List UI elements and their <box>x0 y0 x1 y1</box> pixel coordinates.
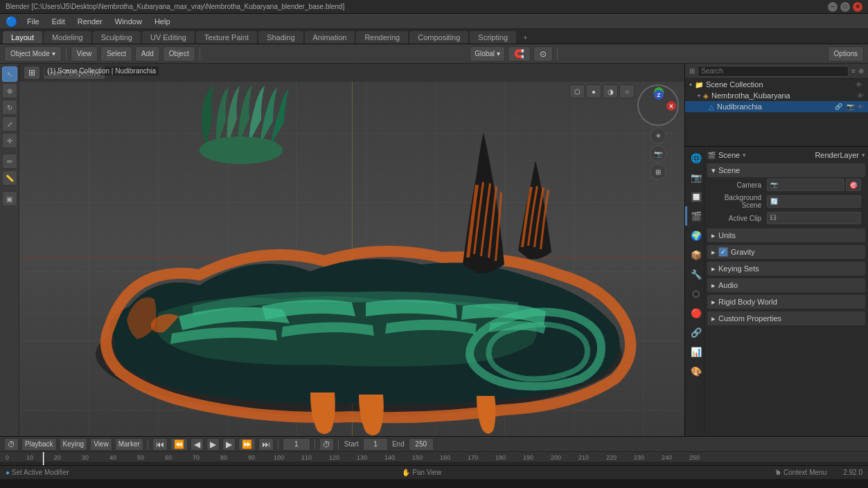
scene-collection-item[interactable]: ▾ 📁 Scene Collection 👁 <box>685 79 868 90</box>
cursor-tool[interactable]: ↖ <box>2 66 17 82</box>
world-props-btn[interactable]: 🌍 <box>685 226 705 245</box>
toggle-quad-btn[interactable]: ⊞ <box>650 163 666 180</box>
rotate-tool[interactable]: ↻ <box>2 100 17 115</box>
collection-vis-icon[interactable]: 👁 <box>856 81 862 89</box>
view-layer-btn[interactable]: 🔲 <box>685 187 705 206</box>
active-clip-value[interactable]: 🎞 <box>767 212 861 224</box>
camera-select-btn[interactable]: 🎯 <box>846 179 861 191</box>
add-cube-tool[interactable]: ▣ <box>2 191 17 206</box>
timeline-body[interactable]: 0 10 20 30 40 50 60 70 80 90 100 110 120… <box>0 452 868 465</box>
rigid-body-header[interactable]: ▸ Rigid Body World <box>707 295 865 309</box>
menu-blender[interactable]: 🔵 <box>3 16 20 27</box>
tab-modeling[interactable]: Modeling <box>44 31 91 44</box>
minimize-button[interactable]: ─ <box>828 2 838 12</box>
prev-keyframe-btn[interactable]: ⏪ <box>170 438 188 451</box>
render-layer-selector[interactable]: RenderLayer ▾ <box>815 151 865 159</box>
next-keyframe-btn[interactable]: ⏩ <box>238 438 256 451</box>
view-menu-tl-btn[interactable]: View <box>90 438 112 451</box>
axis-x-pos[interactable]: X <box>666 101 676 111</box>
output-props-btn[interactable]: 📷 <box>685 168 705 187</box>
end-frame-input[interactable]: 250 <box>409 438 434 451</box>
playback-menu-btn[interactable]: Playback <box>21 438 57 451</box>
menu-file[interactable]: File <box>21 16 45 27</box>
camera-view-btn[interactable]: 📷 <box>650 145 666 162</box>
play-btn[interactable]: ▶ <box>206 438 220 451</box>
render-props-btn[interactable]: 🌐 <box>685 148 705 168</box>
transform-orientation-dropdown[interactable]: Global ▾ <box>470 46 505 62</box>
modifier-props-btn[interactable]: 🔧 <box>685 264 705 284</box>
menu-window[interactable]: Window <box>109 16 148 27</box>
outliner-filter-icon[interactable]: ≡ <box>851 67 856 75</box>
tab-sculpting[interactable]: Sculpting <box>93 31 141 44</box>
maximize-button[interactable]: □ <box>840 2 850 12</box>
outliner-search-input[interactable] <box>698 66 849 77</box>
add-menu-btn[interactable]: Add <box>135 46 160 62</box>
tab-scripting[interactable]: Scripting <box>470 31 516 44</box>
keying-menu-btn[interactable]: Keying <box>60 438 88 451</box>
material-shading-btn[interactable]: ◑ <box>603 84 618 98</box>
select-menu-btn[interactable]: Select <box>100 46 132 62</box>
particles-btn[interactable]: ⬡ <box>685 284 705 303</box>
nembrotha-vis-icon[interactable]: 👁 <box>857 92 864 100</box>
tab-rendering[interactable]: Rendering <box>356 31 408 44</box>
editor-type-tl-btn[interactable]: ⏱ <box>4 438 19 451</box>
gravity-checkbox[interactable]: ✓ <box>718 247 728 257</box>
marker-menu-btn[interactable]: Marker <box>115 438 143 451</box>
outliner-nudibranchia-item[interactable]: △ Nudibranchia 🔗 📷 👁 <box>685 101 868 112</box>
add-workspace-button[interactable]: + <box>517 31 533 44</box>
solid-shading-btn[interactable]: ● <box>586 84 601 98</box>
wireframe-shading-btn[interactable]: ⬡ <box>569 84 585 98</box>
zoom-to-fit-btn[interactable]: ⌖ <box>650 127 666 144</box>
object-props-btn[interactable]: 📦 <box>685 245 705 264</box>
tab-compositing[interactable]: Compositing <box>409 31 468 44</box>
bg-scene-value[interactable]: 🔄 <box>767 195 861 208</box>
outliner-new-icon[interactable]: ⊕ <box>858 67 864 75</box>
tab-uv-editing[interactable]: UV Editing <box>142 31 195 44</box>
axis-z-pos[interactable]: Z <box>654 90 664 100</box>
snap-toggle[interactable]: 🧲 <box>508 46 531 62</box>
scene-section-header[interactable]: ▾ Scene <box>707 163 865 177</box>
material-btn[interactable]: 🎨 <box>685 361 705 381</box>
mode-dropdown[interactable]: Object Mode ▾ <box>4 46 62 62</box>
scale-tool[interactable]: ⤢ <box>2 116 17 132</box>
tab-texture-paint[interactable]: Texture Paint <box>196 31 257 44</box>
data-btn[interactable]: 📊 <box>685 342 705 361</box>
object-menu-btn[interactable]: Object <box>163 46 195 62</box>
close-button[interactable]: ✕ <box>853 2 862 12</box>
gravity-header[interactable]: ▸ ✓ Gravity <box>707 245 865 259</box>
current-frame-input[interactable]: 1 <box>283 438 310 451</box>
options-button[interactable]: Options <box>828 46 864 62</box>
rendered-shading-btn[interactable]: ○ <box>619 84 635 98</box>
outliner-nembrotha-item[interactable]: ▾ ◈ Nembrotha_Kubaryana 👁 <box>685 90 868 101</box>
constraints-btn[interactable]: 🔗 <box>685 323 705 342</box>
audio-header[interactable]: ▸ Audio <box>707 278 865 292</box>
timecode-btn[interactable]: ⏱ <box>319 438 334 451</box>
view-menu-btn[interactable]: View <box>71 46 98 62</box>
measure-tool[interactable]: 📏 <box>2 170 17 186</box>
start-frame-input[interactable]: 1 <box>363 438 388 451</box>
viewport-3d[interactable]: ⊞ User Perspective (1) Scene Collection … <box>19 64 684 436</box>
annotate-tool[interactable]: ✏ <box>2 154 17 169</box>
menu-help[interactable]: Help <box>149 16 176 27</box>
step-back-btn[interactable]: ◀ <box>191 438 204 451</box>
tab-layout[interactable]: Layout <box>3 31 42 44</box>
physics-btn[interactable]: 🔴 <box>685 303 705 323</box>
editor-type-btn[interactable]: ⊞ <box>24 66 40 80</box>
menu-render[interactable]: Render <box>72 16 108 27</box>
scene-selector[interactable]: 🎬 Scene ▾ <box>707 151 746 159</box>
menu-edit[interactable]: Edit <box>46 16 71 27</box>
step-fwd-btn[interactable]: ▶ <box>222 438 236 451</box>
transform-tool[interactable]: ✛ <box>2 133 17 148</box>
jump-start-btn[interactable]: ⏮ <box>152 438 168 451</box>
move-tool[interactable]: ⊕ <box>2 83 17 98</box>
tab-animation[interactable]: Animation <box>305 31 355 44</box>
tab-shading[interactable]: Shading <box>258 31 303 44</box>
custom-props-header[interactable]: ▸ Custom Properties <box>707 311 865 325</box>
units-header[interactable]: ▸ Units <box>707 228 865 242</box>
camera-value[interactable]: 📷 <box>767 179 844 191</box>
scene-props-btn[interactable]: 🎬 <box>685 206 705 226</box>
nudibranchia-vis-icon[interactable]: 👁 <box>857 103 864 111</box>
proportional-toggle[interactable]: ⊙ <box>533 46 553 62</box>
jump-end-btn[interactable]: ⏭ <box>258 438 274 451</box>
keying-sets-header[interactable]: ▸ Keying Sets <box>707 262 865 275</box>
